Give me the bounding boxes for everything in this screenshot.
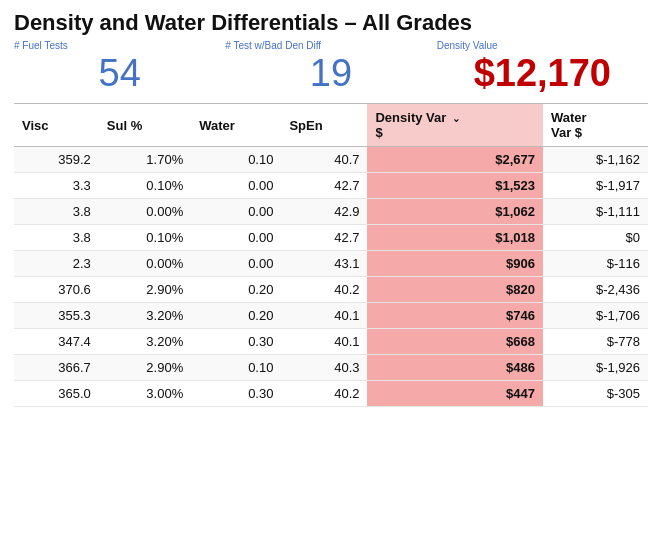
cell-water: 0.00 <box>191 251 281 277</box>
col-sul: Sul % <box>99 104 191 147</box>
cell-sul: 0.10% <box>99 225 191 251</box>
table-row: 3.80.10%0.0042.7$1,018$0 <box>14 225 648 251</box>
cell-density: $1,018 <box>367 225 543 251</box>
cell-visc: 3.8 <box>14 225 99 251</box>
cell-watervar: $-1,111 <box>543 199 648 225</box>
table-row: 2.30.00%0.0043.1$906$-116 <box>14 251 648 277</box>
cell-water: 0.20 <box>191 303 281 329</box>
cell-visc: 3.3 <box>14 173 99 199</box>
table-row: 355.33.20%0.2040.1$746$-1,706 <box>14 303 648 329</box>
cell-density: $820 <box>367 277 543 303</box>
cell-density: $2,677 <box>367 147 543 173</box>
cell-spen: 42.7 <box>281 225 367 251</box>
cell-density: $906 <box>367 251 543 277</box>
cell-visc: 370.6 <box>14 277 99 303</box>
cell-sul: 0.00% <box>99 251 191 277</box>
cell-water: 0.10 <box>191 355 281 381</box>
cell-density: $746 <box>367 303 543 329</box>
cell-visc: 2.3 <box>14 251 99 277</box>
cell-sul: 3.20% <box>99 303 191 329</box>
cell-spen: 40.2 <box>281 277 367 303</box>
cell-sul: 0.10% <box>99 173 191 199</box>
cell-water: 0.10 <box>191 147 281 173</box>
cell-watervar: $-778 <box>543 329 648 355</box>
kpi-density-value: Density Value $12,170 <box>437 40 648 95</box>
cell-visc: 3.8 <box>14 199 99 225</box>
cell-visc: 365.0 <box>14 381 99 407</box>
cell-watervar: $-1,706 <box>543 303 648 329</box>
table-header-row: Visc Sul % Water SpEn Density Var ⌄ $ Wa… <box>14 104 648 147</box>
kpi-density-value-label: Density Value <box>437 40 648 51</box>
table-row: 365.03.00%0.3040.2$447$-305 <box>14 381 648 407</box>
table-row: 3.30.10%0.0042.7$1,523$-1,917 <box>14 173 648 199</box>
cell-spen: 42.9 <box>281 199 367 225</box>
col-water: Water <box>191 104 281 147</box>
cell-visc: 366.7 <box>14 355 99 381</box>
page-container: Density and Water Differentials – All Gr… <box>0 0 662 417</box>
cell-water: 0.00 <box>191 173 281 199</box>
kpi-bad-den-label: # Test w/Bad Den Diff <box>225 40 436 51</box>
table-row: 359.21.70%0.1040.7$2,677$-1,162 <box>14 147 648 173</box>
kpi-bad-den: # Test w/Bad Den Diff 19 <box>225 40 436 95</box>
cell-water: 0.30 <box>191 329 281 355</box>
table-row: 370.62.90%0.2040.2$820$-2,436 <box>14 277 648 303</box>
cell-watervar: $0 <box>543 225 648 251</box>
cell-watervar: $-305 <box>543 381 648 407</box>
cell-spen: 40.1 <box>281 329 367 355</box>
cell-visc: 355.3 <box>14 303 99 329</box>
cell-watervar: $-1,917 <box>543 173 648 199</box>
cell-spen: 40.3 <box>281 355 367 381</box>
cell-density: $1,523 <box>367 173 543 199</box>
cell-visc: 359.2 <box>14 147 99 173</box>
data-table: Visc Sul % Water SpEn Density Var ⌄ $ Wa… <box>14 103 648 407</box>
cell-water: 0.20 <box>191 277 281 303</box>
kpi-density-value-value: $12,170 <box>437 52 648 95</box>
col-visc: Visc <box>14 104 99 147</box>
cell-sul: 3.20% <box>99 329 191 355</box>
col-spen: SpEn <box>281 104 367 147</box>
cell-sul: 2.90% <box>99 277 191 303</box>
cell-water: 0.00 <box>191 225 281 251</box>
cell-watervar: $-1,926 <box>543 355 648 381</box>
page-title: Density and Water Differentials – All Gr… <box>14 10 648 36</box>
cell-density: $486 <box>367 355 543 381</box>
cell-watervar: $-1,162 <box>543 147 648 173</box>
table-body: 359.21.70%0.1040.7$2,677$-1,1623.30.10%0… <box>14 147 648 407</box>
cell-spen: 42.7 <box>281 173 367 199</box>
kpi-row: # Fuel Tests 54 # Test w/Bad Den Diff 19… <box>14 40 648 95</box>
table-row: 366.72.90%0.1040.3$486$-1,926 <box>14 355 648 381</box>
kpi-fuel-tests: # Fuel Tests 54 <box>14 40 225 95</box>
cell-density: $447 <box>367 381 543 407</box>
cell-water: 0.30 <box>191 381 281 407</box>
kpi-bad-den-value: 19 <box>225 52 436 95</box>
cell-sul: 3.00% <box>99 381 191 407</box>
cell-density: $1,062 <box>367 199 543 225</box>
col-watervar: Water Var $ <box>543 104 648 147</box>
cell-sul: 1.70% <box>99 147 191 173</box>
cell-sul: 2.90% <box>99 355 191 381</box>
table-row: 347.43.20%0.3040.1$668$-778 <box>14 329 648 355</box>
cell-spen: 40.2 <box>281 381 367 407</box>
cell-spen: 43.1 <box>281 251 367 277</box>
cell-watervar: $-2,436 <box>543 277 648 303</box>
kpi-fuel-tests-value: 54 <box>14 52 225 95</box>
cell-spen: 40.1 <box>281 303 367 329</box>
kpi-fuel-tests-label: # Fuel Tests <box>14 40 225 51</box>
table-row: 3.80.00%0.0042.9$1,062$-1,111 <box>14 199 648 225</box>
cell-visc: 347.4 <box>14 329 99 355</box>
cell-watervar: $-116 <box>543 251 648 277</box>
cell-water: 0.00 <box>191 199 281 225</box>
cell-spen: 40.7 <box>281 147 367 173</box>
cell-sul: 0.00% <box>99 199 191 225</box>
col-density[interactable]: Density Var ⌄ $ <box>367 104 543 147</box>
cell-density: $668 <box>367 329 543 355</box>
